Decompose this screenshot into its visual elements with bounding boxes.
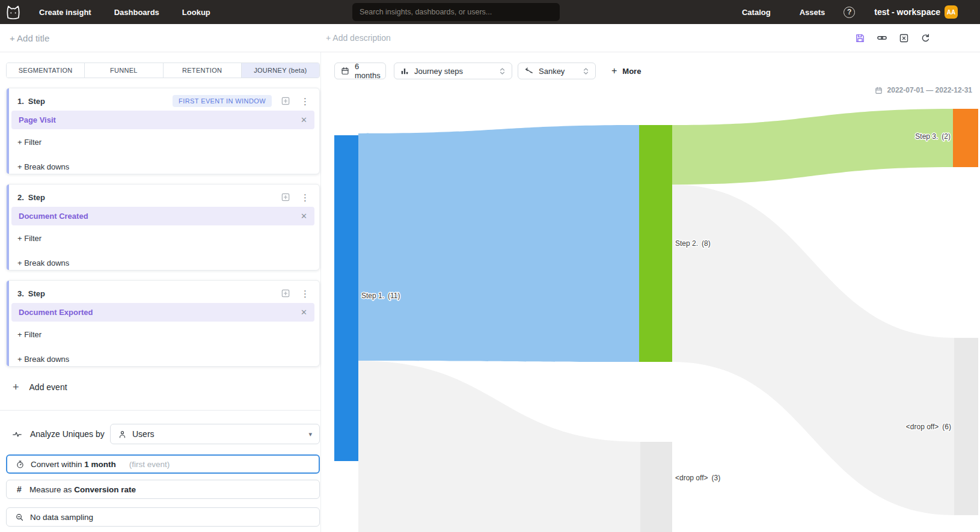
step-card-3: 3. Step ⋮ Document Exported ✕ + Filter +… [6,280,320,367]
remove-event-icon[interactable]: ✕ [301,115,307,124]
step-card-1: 1. Step FIRST EVENT IN WINDOW ⋮ Page Vis… [6,88,320,174]
plus-icon: + [611,66,617,76]
label-step1: Step 1. (11) [361,292,400,300]
add-breakdown-link[interactable]: + Break downs [17,162,69,171]
label-step2: Step 2. (8) [675,239,711,248]
insight-header-bar: + Add title + Add description [0,24,980,52]
flow-step1-dropoff [358,361,640,532]
add-breakdown-link[interactable]: + Break downs [17,258,69,268]
event-pill[interactable]: Document Exported ✕ [11,303,314,322]
chart-date-range-label: 2022-07-01 — 2022-12-31 [887,86,972,94]
add-event-label: Add event [29,382,67,392]
step-card-2: 2. Step ⋮ Document Created ✕ + Filter + … [6,184,320,271]
query-builder-panel: SEGMENTATION FUNNEL RETENTION JOURNEY (b… [0,52,321,532]
user-icon [118,430,127,439]
help-icon[interactable]: ? [844,7,855,18]
menu-create-insight[interactable]: Create insight [39,8,91,17]
header-action-icons [855,24,931,52]
calendar-icon [875,87,883,94]
avatar[interactable]: AA [945,5,958,19]
insight-type-tabs: SEGMENTATION FUNNEL RETENTION JOURNEY (b… [6,63,320,78]
tab-retention[interactable]: RETENTION [163,63,241,78]
tab-journey[interactable]: JOURNEY (beta) [241,63,319,78]
top-right-menu: Catalog Assets ? test - workspace AA [742,0,958,24]
select-caret-icon [583,67,589,76]
step-menu-icon[interactable]: ⋮ [299,289,311,298]
date-range-button[interactable]: 6 months [334,63,386,79]
date-range-button-label: 6 months [355,62,381,80]
top-navigation-bar: Create insight Dashboards Lookup Catalog… [0,0,980,24]
refresh-icon[interactable] [920,33,931,43]
add-filter-link[interactable]: + Filter [17,138,41,147]
sankey-chart[interactable]: Step 1. (11) Step 2. (8) Step 3. (2) <dr… [322,52,980,532]
app-logo-icon[interactable] [5,4,21,20]
plus-icon: + [13,382,19,393]
main-menu: Create insight Dashboards Lookup [39,8,210,17]
global-search [352,3,560,21]
workspace-name[interactable]: test - workspace [874,7,940,17]
step-menu-icon[interactable]: ⋮ [299,193,311,202]
add-filter-link[interactable]: + Filter [17,234,41,243]
menu-lookup[interactable]: Lookup [182,8,210,17]
step-number: 3. [17,289,24,298]
event-name: Page Visit [19,115,56,124]
step-card-2-header: 2. Step ⋮ [17,191,311,203]
chart-type-select[interactable]: Sankey [518,63,596,79]
view-select[interactable]: Journey steps [394,63,512,79]
clear-icon[interactable] [899,33,909,43]
add-step-icon[interactable] [281,96,290,106]
remove-event-icon[interactable]: ✕ [301,212,307,221]
node-step3[interactable] [953,109,978,167]
node-dropoff-mid[interactable] [640,442,672,532]
label-step3: Step 3. (2) [915,132,951,141]
pulse-icon [12,429,22,439]
remove-event-icon[interactable]: ✕ [301,308,307,317]
menu-assets[interactable]: Assets [800,8,825,17]
analyze-uniques-row: Analyze Uniques by [12,424,105,444]
bar-chart-icon [400,67,409,75]
more-label: More [622,67,641,76]
flow-step1-step2 [358,125,639,362]
add-step-icon[interactable] [281,289,290,298]
save-icon[interactable] [855,33,865,43]
more-options-button[interactable]: + More [611,63,641,79]
add-breakdown-link[interactable]: + Break downs [17,355,69,364]
zoom-out-icon [15,513,24,522]
step-card-1-header: 1. Step FIRST EVENT IN WINDOW ⋮ [17,95,311,107]
copy-link-icon[interactable] [877,32,887,43]
search-input[interactable] [352,3,560,21]
node-step1[interactable] [334,135,358,461]
measure-as-setting[interactable]: # Measure as Conversion rate [6,480,320,499]
convert-note: (first event) [129,460,170,469]
add-title-button[interactable]: + Add title [10,24,49,52]
chart-panel: Step 1. (11) Step 2. (8) Step 3. (2) <dr… [322,52,980,532]
add-filter-link[interactable]: + Filter [17,330,41,339]
analyze-by-select[interactable]: Users ▾ [110,424,320,444]
menu-dashboards[interactable]: Dashboards [114,8,159,17]
add-step-icon[interactable] [281,192,290,202]
node-step2[interactable] [639,125,672,362]
convert-within-setting[interactable]: Convert within 1 month (first event) [6,454,320,474]
node-dropoff-right[interactable] [954,338,978,515]
event-pill[interactable]: Page Visit ✕ [11,111,314,129]
analyze-uniques-label: Analyze Uniques by [30,429,105,439]
tab-segmentation[interactable]: SEGMENTATION [7,63,84,78]
hash-icon: # [15,485,23,494]
tab-funnel[interactable]: FUNNEL [84,63,162,78]
step-number: 1. [17,97,24,106]
chart-date-range[interactable]: 2022-07-01 — 2022-12-31 [875,86,972,94]
step-number: 2. [17,193,24,202]
label-dropoff-mid: <drop off> (3) [675,474,720,482]
sankey-icon [524,67,533,76]
data-sampling-setting[interactable]: No data sampling [6,507,320,527]
step-menu-icon[interactable]: ⋮ [299,97,311,106]
flow-step2-dropoff [672,185,954,515]
menu-catalog[interactable]: Catalog [742,8,771,17]
panel-divider [0,410,320,411]
add-event-button[interactable]: + Add event [13,382,67,393]
add-description-button[interactable]: + Add description [326,24,391,52]
convert-within-text: Convert within 1 month [31,460,116,469]
chevron-down-icon: ▾ [308,430,312,438]
select-caret-icon [499,67,506,76]
event-pill[interactable]: Document Created ✕ [11,207,314,225]
